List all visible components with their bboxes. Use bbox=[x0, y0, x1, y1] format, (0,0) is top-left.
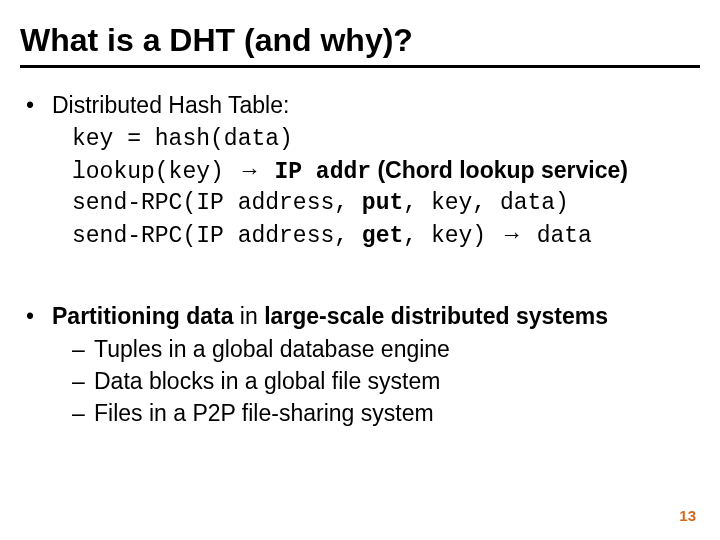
title-underline bbox=[20, 65, 700, 68]
spacer bbox=[20, 253, 700, 301]
partitioning-bold-c: large-scale distributed systems bbox=[264, 303, 608, 329]
page-number: 13 bbox=[679, 507, 696, 524]
slide-title: What is a DHT (and why)? bbox=[20, 22, 700, 59]
code-line-1: key = hash(data) bbox=[72, 124, 700, 155]
bullet-dht-text: Distributed Hash Table: bbox=[52, 90, 700, 122]
code-l3-put: put bbox=[362, 190, 403, 216]
slide-body: • Distributed Hash Table: key = hash(dat… bbox=[20, 90, 700, 430]
code-l2-a: lookup(key) bbox=[72, 159, 238, 185]
code-l3-a: send-RPC(IP address, bbox=[72, 190, 362, 216]
slide: What is a DHT (and why)? • Distributed H… bbox=[0, 0, 720, 540]
code-l2-chord: (Chord lookup service) bbox=[371, 157, 628, 183]
dash-icon: – bbox=[72, 398, 94, 430]
code-line-4: send-RPC(IP address, get, key) → data bbox=[72, 219, 700, 252]
sub-tuples-text: Tuples in a global database engine bbox=[94, 334, 700, 366]
sub-files-text: Files in a P2P file-sharing system bbox=[94, 398, 700, 430]
bullet-partitioning-text: Partitioning data in large-scale distrib… bbox=[52, 301, 700, 333]
code-line-3: send-RPC(IP address, put, key, data) bbox=[72, 188, 700, 219]
code-l4-get: get bbox=[362, 223, 403, 249]
dash-icon: – bbox=[72, 334, 94, 366]
code-block: key = hash(data) lookup(key) → IP addr (… bbox=[72, 124, 700, 253]
code-l2-ipaddr: IP addr bbox=[261, 159, 371, 185]
code-l4-c: , key) bbox=[403, 223, 500, 249]
dash-icon: – bbox=[72, 366, 94, 398]
code-l4-a: send-RPC(IP address, bbox=[72, 223, 362, 249]
bullet-partitioning: • Partitioning data in large-scale distr… bbox=[20, 301, 700, 333]
sub-tuples: – Tuples in a global database engine bbox=[72, 334, 700, 366]
sub-blocks-text: Data blocks in a global file system bbox=[94, 366, 700, 398]
bullet-dht: • Distributed Hash Table: bbox=[20, 90, 700, 122]
arrow-icon: → bbox=[500, 221, 523, 247]
bullet-dot-icon: • bbox=[20, 90, 52, 122]
bullet-dot-icon: • bbox=[20, 301, 52, 333]
code-l3-c: , key, data) bbox=[403, 190, 569, 216]
arrow-icon: → bbox=[238, 157, 261, 183]
code-l4-d: data bbox=[523, 223, 592, 249]
partitioning-in: in bbox=[233, 303, 264, 329]
sub-files: – Files in a P2P file-sharing system bbox=[72, 398, 700, 430]
sub-blocks: – Data blocks in a global file system bbox=[72, 366, 700, 398]
partitioning-bold-a: Partitioning data bbox=[52, 303, 233, 329]
code-line-2: lookup(key) → IP addr (Chord lookup serv… bbox=[72, 155, 700, 188]
